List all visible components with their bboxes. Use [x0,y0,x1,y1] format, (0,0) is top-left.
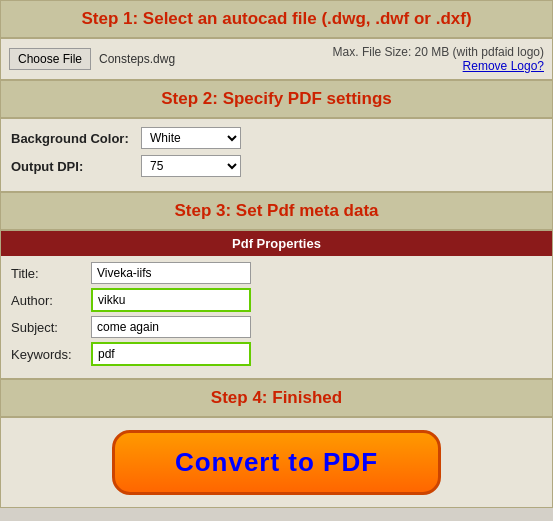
pdf-properties-header: Pdf Properties [1,231,552,256]
subject-row: Subject: [11,316,542,338]
step2-body: Background Color: White Black Gray Outpu… [0,118,553,192]
step3-header: Step 3: Set Pdf meta data [0,192,553,230]
step1-header: Step 1: Select an autocad file (.dwg, .d… [0,0,553,38]
background-color-row: Background Color: White Black Gray [11,127,542,149]
output-dpi-select[interactable]: 75 150 300 600 [141,155,241,177]
title-label: Title: [11,266,91,281]
step1-body: Choose File Consteps.dwg Max. File Size:… [0,38,553,80]
remove-logo-link[interactable]: Remove Logo? [333,59,544,73]
file-info: Max. File Size: 20 MB (with pdfaid logo)… [333,45,544,73]
keywords-row: Keywords: [11,342,542,366]
subject-label: Subject: [11,320,91,335]
step4-body: Convert to PDF [0,417,553,508]
choose-file-button[interactable]: Choose File [9,48,91,70]
convert-to-pdf-button[interactable]: Convert to PDF [112,430,441,495]
step4-header: Step 4: Finished [0,379,553,417]
max-file-size-text: Max. File Size: 20 MB (with pdfaid logo) [333,45,544,59]
step3-body: Pdf Properties Title: Author: Subject: K… [0,230,553,379]
step2-header: Step 2: Specify PDF settings [0,80,553,118]
output-dpi-row: Output DPI: 75 150 300 600 [11,155,542,177]
subject-input[interactable] [91,316,251,338]
author-input[interactable] [91,288,251,312]
title-input[interactable] [91,262,251,284]
filename-label: Consteps.dwg [99,52,175,66]
author-label: Author: [11,293,91,308]
title-row: Title: [11,262,542,284]
author-row: Author: [11,288,542,312]
background-color-select[interactable]: White Black Gray [141,127,241,149]
background-color-label: Background Color: [11,131,141,146]
output-dpi-label: Output DPI: [11,159,141,174]
keywords-input[interactable] [91,342,251,366]
keywords-label: Keywords: [11,347,91,362]
